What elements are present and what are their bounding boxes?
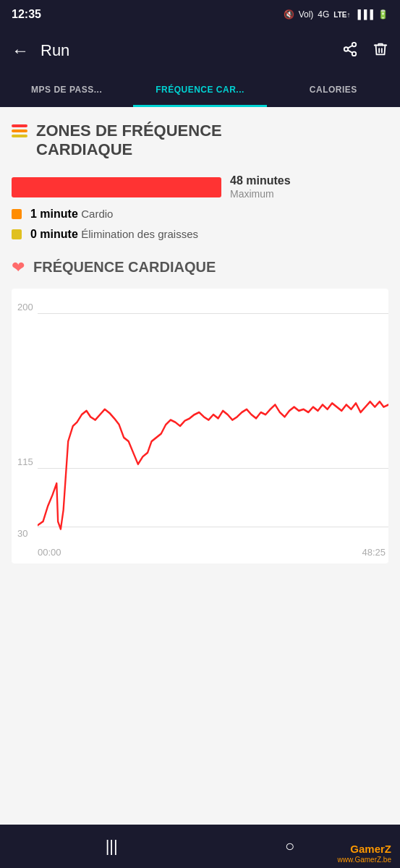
heart-icon: ❤ xyxy=(12,258,25,277)
wifi-bars: ▐▐▐ xyxy=(354,9,373,20)
heart-rate-polyline xyxy=(38,401,388,529)
brand-url: www.GamerZ.be xyxy=(338,856,391,864)
zone-elimination-label: Élimination des graisses xyxy=(81,228,198,240)
brand-name: GamerZ xyxy=(350,843,391,855)
tabs-bar: MPS DE PASS... FRÉQUENCE CAR... CALORIES xyxy=(0,72,400,107)
heart-rate-chart: 200 115 30 00:00 48:25 xyxy=(12,289,388,563)
status-bar: 12:35 🔇 Vol) 4G LTE↑ ▐▐▐ 🔋 xyxy=(0,0,400,29)
chart-y-200: 200 xyxy=(17,302,33,312)
zone-cardio-label: Cardio xyxy=(81,208,113,220)
tab-calories[interactable]: CALORIES xyxy=(267,72,400,107)
zone-cardio: 1 minute Cardio xyxy=(12,208,388,221)
mute-icon: 🔇 xyxy=(284,9,294,20)
zones-list: 48 minutes Maximum 1 minute Cardio 0 min… xyxy=(12,174,388,241)
network-icon: 4G xyxy=(318,9,329,20)
chart-line-svg xyxy=(38,289,388,563)
zone-elimination: 0 minute Élimination des graisses xyxy=(12,228,388,241)
frequence-title: FRÉQUENCE CARDIAQUE xyxy=(33,259,216,276)
brand-watermark: GamerZ www.GamerZ.be xyxy=(338,843,391,864)
delete-button[interactable] xyxy=(373,41,388,61)
zone-maximum-label: Maximum xyxy=(230,188,274,200)
zone-elimination-text: 0 minute Élimination des graisses xyxy=(30,228,198,241)
battery-icon: 🔋 xyxy=(378,9,388,20)
tab-temps[interactable]: MPS DE PASS... xyxy=(0,72,133,107)
zone-bar-maximum xyxy=(12,177,221,197)
signal-icon: Vol) xyxy=(299,9,314,20)
svg-line-3 xyxy=(348,50,352,53)
zone-maximum-text: 48 minutes Maximum xyxy=(230,174,291,200)
icon-line-yellow xyxy=(12,135,27,137)
svg-line-4 xyxy=(348,45,352,48)
frequence-section: ❤ FRÉQUENCE CARDIAQUE 200 115 30 00:00 4… xyxy=(12,258,388,563)
zone-dot-cardio xyxy=(12,209,22,219)
icon-line-red xyxy=(12,124,27,127)
main-content: ZONES DE FRÉQUENCECARDIAQUE 48 minutes M… xyxy=(0,107,400,825)
chart-y-30: 30 xyxy=(17,528,27,539)
status-time: 12:35 xyxy=(12,8,41,21)
back-button[interactable]: ← xyxy=(12,41,29,61)
zones-icon xyxy=(12,124,27,137)
page-title: Run xyxy=(41,41,331,60)
zone-dot-elimination xyxy=(12,229,22,239)
share-button[interactable] xyxy=(342,41,358,61)
status-icons: 🔇 Vol) 4G LTE↑ ▐▐▐ 🔋 xyxy=(284,9,388,20)
zone-maximum-duration: 48 minutes xyxy=(230,174,291,187)
header-actions xyxy=(342,41,388,61)
header: ← Run xyxy=(0,29,400,72)
lte-icon: LTE↑ xyxy=(333,11,350,19)
zones-section-header: ZONES DE FRÉQUENCECARDIAQUE xyxy=(12,122,388,160)
zones-title: ZONES DE FRÉQUENCECARDIAQUE xyxy=(36,122,222,160)
zone-cardio-text: 1 minute Cardio xyxy=(30,208,113,221)
zone-maximum: 48 minutes Maximum xyxy=(12,174,388,200)
chart-y-115: 115 xyxy=(17,456,33,467)
icon-line-orange xyxy=(12,129,27,132)
nav-home-icon[interactable]: ○ xyxy=(285,837,294,856)
nav-menu-icon[interactable]: ||| xyxy=(106,837,118,856)
bottom-nav: ||| ○ GamerZ www.GamerZ.be xyxy=(0,825,400,868)
tab-frequence[interactable]: FRÉQUENCE CAR... xyxy=(133,72,266,107)
frequence-header: ❤ FRÉQUENCE CARDIAQUE xyxy=(12,258,388,277)
